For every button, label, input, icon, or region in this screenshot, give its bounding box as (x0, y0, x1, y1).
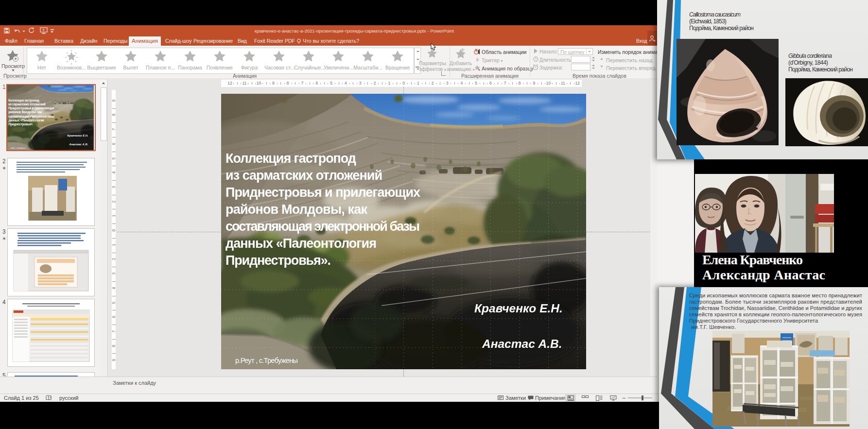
svg-text:Calliostoma caucasicum: Calliostoma caucasicum (689, 11, 741, 18)
svg-text:гастроподам. Более тысячи э: гастроподам. Более тысячи экземпляров ра… (689, 299, 862, 305)
svg-text:семейств хранятся в коллекции: семейств хранятся в коллекции геолого-па… (689, 311, 862, 317)
svg-text:Елена Кравченко: Елена Кравченко (702, 252, 803, 267)
svg-text:(d’Orbigny, 1844): (d’Orbigny, 1844) (788, 59, 828, 66)
svg-text:Приднестровского Государственн: Приднестровского Государственного Универ… (689, 318, 818, 324)
svg-text:Подойма, Каменский район: Подойма, Каменский район (689, 25, 754, 32)
svg-text:им.Т.Г. Шевченко.: им.Т.Г. Шевченко. (691, 324, 736, 330)
svg-text:Александр Анастас: Александр Анастас (702, 267, 825, 282)
svg-text:(Eichwald, 1853): (Eichwald, 1853) (689, 18, 727, 25)
svg-text:Среди ископаемых моллюсков сар: Среди ископаемых моллюсков сармата важно… (689, 292, 862, 298)
svg-text:Gibbula cordieriana: Gibbula cordieriana (788, 52, 832, 59)
svg-text:Подойма, Каменский район: Подойма, Каменский район (788, 66, 853, 73)
svg-text:семействам Trochidae, Nassarii: семействам Trochidae, Nassariidae, Cerit… (689, 305, 863, 311)
